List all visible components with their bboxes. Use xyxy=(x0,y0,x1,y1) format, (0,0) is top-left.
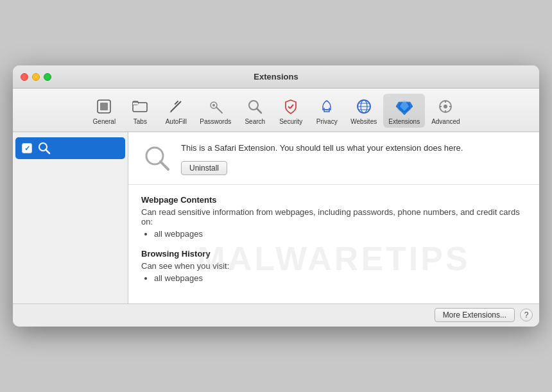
safari-preferences-window: Extensions General xyxy=(13,65,539,326)
toolbar-item-privacy[interactable]: Privacy xyxy=(309,94,344,128)
svg-point-9 xyxy=(212,104,215,107)
footer: More Extensions... ? xyxy=(13,303,539,327)
browsing-history-title: Browsing History xyxy=(141,249,526,259)
privacy-icon xyxy=(316,96,337,117)
websites-icon xyxy=(354,96,374,117)
more-extensions-button[interactable]: More Extensions... xyxy=(435,308,515,322)
svg-line-28 xyxy=(46,149,49,153)
toolbar-item-extensions[interactable]: Extensions xyxy=(383,94,425,128)
advanced-label: Advanced xyxy=(431,118,460,125)
extension-info: This is a Safari Extension. You should t… xyxy=(181,142,526,175)
general-icon xyxy=(94,96,114,117)
browsing-history-item-0: all webpages xyxy=(154,273,526,283)
webpage-contents-title: Webpage Contents xyxy=(141,195,526,205)
privacy-label: Privacy xyxy=(316,118,338,125)
svg-rect-4 xyxy=(133,103,138,105)
window-title: Extensions xyxy=(254,72,298,81)
titlebar: Extensions xyxy=(13,65,539,89)
passwords-label: Passwords xyxy=(200,118,231,125)
autofill-label: AutoFill xyxy=(166,118,187,125)
sidebar: ✓ xyxy=(13,132,128,303)
toolbar-item-general[interactable]: General xyxy=(87,94,121,128)
extensions-label: Extensions xyxy=(388,118,420,125)
toolbar-item-search[interactable]: Search xyxy=(237,94,272,128)
extensions-active-icon xyxy=(394,96,415,117)
toolbar-item-advanced[interactable]: Advanced xyxy=(426,94,465,128)
toolbar-item-autofill[interactable]: AutoFill xyxy=(159,94,193,128)
extension-description: This is a Safari Extension. You should t… xyxy=(181,142,526,154)
minimize-button[interactable] xyxy=(32,73,40,81)
extension-icon xyxy=(141,142,172,173)
svg-line-8 xyxy=(216,107,222,113)
browsing-history-list: all webpages xyxy=(154,273,526,283)
autofill-icon xyxy=(166,96,186,117)
main-content: ✓ MALWARETIPS xyxy=(13,132,539,303)
uninstall-button[interactable]: Uninstall xyxy=(181,161,227,175)
browsing-history-desc: Can see when you visit: xyxy=(141,261,526,271)
browsing-history-group: Browsing History Can see when you visit:… xyxy=(141,249,526,283)
toolbar-item-websites[interactable]: Websites xyxy=(345,94,382,128)
help-button[interactable]: ? xyxy=(520,309,533,321)
tabs-icon xyxy=(130,96,150,117)
close-button[interactable] xyxy=(21,73,28,81)
maximize-button[interactable] xyxy=(44,73,51,81)
advanced-icon xyxy=(435,96,456,117)
svg-line-11 xyxy=(257,108,261,113)
toolbar-item-passwords[interactable]: Passwords xyxy=(194,94,236,128)
security-label: Security xyxy=(279,118,302,125)
toolbar-item-security[interactable]: Security xyxy=(273,94,308,128)
search-label: Search xyxy=(245,118,265,125)
webpage-contents-list: all webpages xyxy=(154,229,526,239)
websites-label: Websites xyxy=(350,118,377,125)
svg-line-13 xyxy=(290,105,293,108)
traffic-lights xyxy=(21,73,51,81)
webpage-contents-desc: Can read sensitive information from webp… xyxy=(141,207,526,226)
general-label: General xyxy=(93,118,116,125)
extension-checkbox[interactable]: ✓ xyxy=(22,143,32,153)
svg-rect-1 xyxy=(100,103,108,110)
sidebar-item-search-ext[interactable]: ✓ xyxy=(15,137,125,159)
toolbar-item-tabs[interactable]: Tabs xyxy=(123,94,157,128)
extension-sidebar-icon xyxy=(37,141,51,155)
extension-header: This is a Safari Extension. You should t… xyxy=(128,132,539,184)
toolbar-items: General Tabs xyxy=(87,94,465,128)
permissions-section: Webpage Contents Can read sensitive info… xyxy=(128,185,539,303)
webpage-contents-item-0: all webpages xyxy=(154,229,526,239)
tabs-label: Tabs xyxy=(134,118,147,125)
svg-point-22 xyxy=(444,105,447,108)
svg-line-30 xyxy=(160,162,168,169)
checkmark-icon: ✓ xyxy=(24,144,30,153)
detail-panel: MALWARETIPS This is a Safari Extension. … xyxy=(128,132,539,303)
search-toolbar-icon xyxy=(245,96,265,117)
toolbar: General Tabs xyxy=(13,89,539,132)
security-icon xyxy=(280,96,301,117)
webpage-contents-group: Webpage Contents Can read sensitive info… xyxy=(141,195,526,239)
passwords-icon xyxy=(205,96,226,117)
